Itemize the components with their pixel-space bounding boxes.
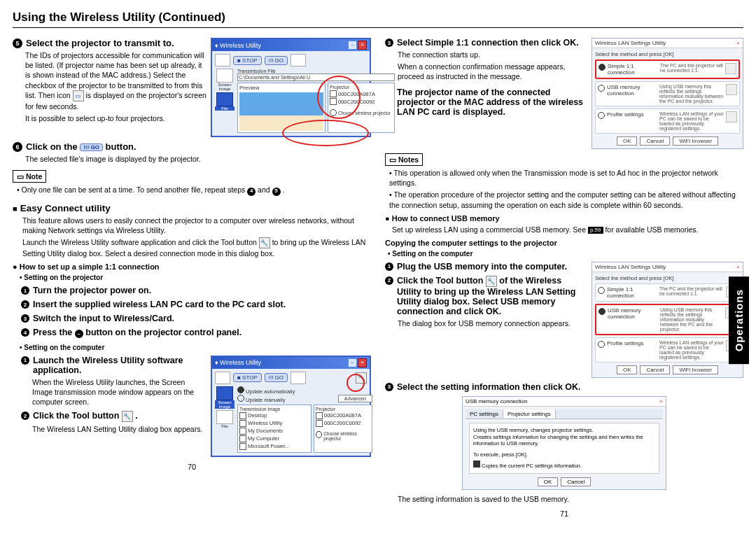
cancel-button[interactable]: Cancel	[640, 365, 670, 374]
usb-dialog-text-2: Creates settings information for changin…	[473, 434, 655, 448]
checkbox[interactable]	[316, 420, 323, 427]
window-title: ♦ Wireless Utility	[215, 359, 261, 366]
preview-panel: Preview	[237, 83, 326, 133]
projector-list: Projector 000C200A087A 000C200C0092 Choo…	[328, 83, 395, 133]
go-button[interactable]: !!! GO	[265, 56, 288, 65]
radio[interactable]	[237, 395, 244, 402]
radio[interactable]	[598, 341, 605, 348]
wifi-browser-button[interactable]: WiFi browser	[673, 365, 718, 374]
cancel-button[interactable]: Cancel	[561, 477, 591, 486]
opt-profile[interactable]: Profile settingsWireless LAN settings of…	[595, 108, 740, 134]
copy-settings-heading: Copying the computer settings to the pro…	[385, 239, 743, 247]
checkbox[interactable]	[473, 461, 480, 468]
checkbox[interactable]	[239, 420, 246, 427]
tool-icon: 🔧	[259, 237, 270, 248]
comp-step-2: 2Click the Tool button 🔧 .	[21, 411, 206, 422]
usb-dialog-text-1: Using the USB memory, changes projector …	[473, 427, 655, 434]
projector-list: Projector 000C200A087A 000C200C0092 Choo…	[314, 405, 372, 453]
page-ref: p.59	[588, 227, 603, 234]
screen-image-icon	[216, 69, 233, 83]
step-5-heading: 5 Select the projector to transmit to.	[13, 38, 206, 48]
usb-dialog-text-3: To execute, press [OK].	[473, 451, 655, 458]
radio[interactable]	[330, 109, 337, 116]
wifi-browser-button[interactable]: WiFi browser	[673, 136, 718, 146]
screen-image-icon	[216, 386, 233, 400]
opt-usb-memory[interactable]: USB memory connectionUsing USB memory th…	[595, 304, 740, 335]
radio[interactable]	[598, 308, 606, 315]
radio[interactable]	[598, 85, 605, 92]
note-text: Only one file can be sent at a time. To …	[17, 185, 371, 195]
computer-setting-label: Setting on the computer	[388, 250, 743, 258]
file-icon	[216, 92, 233, 106]
proj-step-3: 3Switch the input to Wireless/Card.	[21, 314, 371, 323]
radio[interactable]	[316, 431, 322, 438]
radio[interactable]	[598, 112, 605, 119]
checkbox[interactable]	[239, 412, 246, 419]
tool-icon: 🔧	[486, 276, 497, 287]
tab-pc-settings[interactable]: PC settings	[465, 409, 503, 419]
menu-button-icon: –	[75, 330, 83, 338]
proj-step-2: 2Insert the supplied wireless LAN PC car…	[21, 300, 371, 309]
close-icon: ×	[659, 398, 663, 405]
file-icon	[216, 410, 233, 424]
wlan-settings-dialog-1: Wireless LAN Settings Utility× Select th…	[592, 38, 743, 149]
advanced-button[interactable]: Advanced	[338, 395, 372, 402]
usb-memory-dialog: USB memory connection× PC settings Proje…	[462, 396, 666, 490]
wifi-icon	[726, 111, 737, 122]
stop-button[interactable]: ■ STOP	[233, 56, 262, 65]
close-icon: ×	[736, 40, 740, 46]
go-button-inline: !!! GO	[80, 143, 103, 151]
comp-step-1: 1Launch the Wireless Utility software ap…	[21, 356, 206, 375]
close-icon: ×	[358, 41, 367, 50]
step-3-heading: 3Select Simple 1:1 connection then click…	[385, 38, 587, 48]
cancel-button[interactable]: Cancel	[640, 136, 670, 146]
usb-step-3: 3Select the setting information then cli…	[385, 382, 743, 392]
opt-simple-connection[interactable]: Simple 1:1 connectionThe PC and the proj…	[595, 283, 740, 302]
minimize-icon: –	[348, 41, 357, 50]
projector-status-icon: ▭	[73, 90, 84, 101]
file-path-field: C:\Documents and Settings\All U	[237, 73, 395, 81]
howto-heading: How to set up a simple 1:1 connection	[13, 262, 371, 271]
opt-simple-connection[interactable]: Simple 1:1 connectionThe PC and the proj…	[595, 59, 740, 79]
side-tab-operations: Operations	[729, 276, 749, 364]
ok-button[interactable]: OK	[538, 477, 559, 486]
page-number-left: 70	[13, 463, 371, 471]
note-label: ▭ Note	[13, 170, 46, 183]
opt-profile[interactable]: Profile settingsWireless LAN settings of…	[595, 337, 740, 363]
easy-connect-body: This feature allows users to easily conn…	[22, 216, 371, 235]
tab-projector-settings[interactable]: Projector settings	[503, 409, 556, 419]
tool-icon: 🔧	[122, 411, 133, 422]
checkbox[interactable]	[330, 90, 337, 97]
projector-setting-label: Setting on the projector	[20, 274, 371, 281]
stop-button[interactable]: ■ STOP	[233, 373, 262, 382]
wireless-utility-window-2: ♦ Wireless Utility–× ■ STOP !!! GO 🔧	[211, 356, 371, 457]
projector-icon	[290, 54, 306, 66]
ok-button[interactable]: OK	[617, 136, 638, 146]
window-title: ♦ Wireless Utility	[215, 42, 261, 49]
go-button[interactable]: !!! GO	[265, 373, 288, 382]
page-title: Using the Wireless Utility (Continued)	[13, 10, 743, 28]
page-number-right: 71	[385, 510, 743, 518]
ok-button[interactable]: OK	[617, 365, 638, 374]
wifi-icon	[726, 84, 737, 95]
checkbox[interactable]	[239, 435, 246, 442]
proj-step-4: 4Press the – button on the projector con…	[21, 328, 371, 338]
usb-connect-body: Set up wireless LAN using a commercial U…	[392, 225, 743, 234]
tool-button[interactable]: 🔧	[356, 372, 367, 384]
radio[interactable]	[237, 386, 244, 393]
radio[interactable]	[598, 287, 605, 294]
easy-connect-body-2: Launch the Wireless Utility software app…	[22, 237, 371, 258]
wifi-icon	[725, 63, 736, 74]
step-6-heading: 6 Click on the !!! GO button.	[13, 141, 371, 152]
checkbox[interactable]	[239, 428, 246, 435]
checkbox[interactable]	[316, 412, 323, 419]
opt-usb-memory[interactable]: USB memory connectionUsing USB memory th…	[595, 81, 740, 106]
screen-image-label: Screen Image	[215, 83, 234, 91]
checkbox[interactable]	[330, 98, 337, 105]
laptop-icon	[215, 372, 230, 384]
radio[interactable]	[598, 64, 606, 71]
step-4-heading: 4The projector name of the connected pro…	[385, 87, 587, 117]
laptop-icon	[215, 54, 230, 66]
step-6-body: The selected file's image is displayed b…	[25, 154, 371, 164]
checkbox[interactable]	[239, 443, 246, 450]
